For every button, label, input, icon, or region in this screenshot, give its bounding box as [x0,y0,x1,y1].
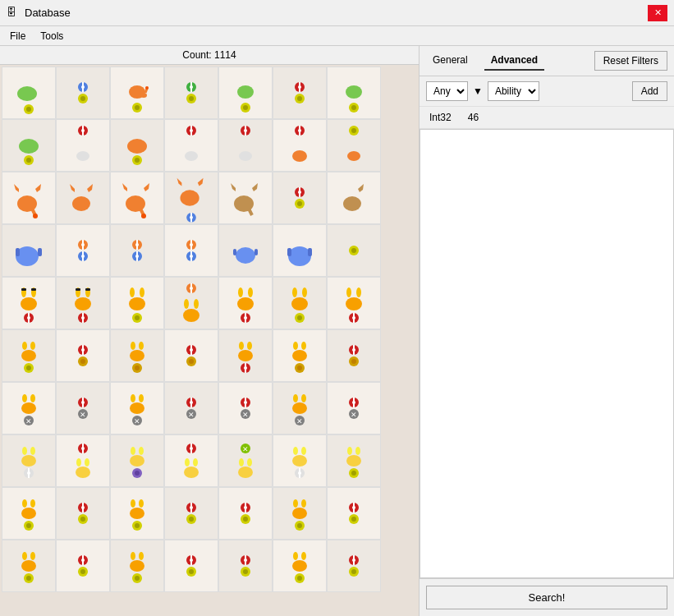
grid-cell[interactable] [110,277,164,329]
grid-cell[interactable]: ✕ [218,382,273,434]
grid-cell[interactable] [327,172,381,224]
grid-cell[interactable] [327,119,381,172]
grid-cell[interactable] [218,277,273,329]
grid-cell[interactable] [218,224,273,277]
grid-cell[interactable] [56,119,110,172]
grid-cell[interactable] [273,540,327,592]
grid-cell[interactable] [273,434,327,487]
svg-point-218 [189,359,194,364]
grid-cell[interactable] [327,434,381,487]
grid-cell[interactable] [56,172,110,224]
svg-point-155 [75,297,91,310]
grid-cell[interactable] [273,119,327,172]
grid-cell[interactable] [164,224,218,277]
grid-cell[interactable]: ✕ [164,382,218,434]
grid-cell[interactable] [218,487,273,540]
any-select[interactable]: Any [426,81,468,101]
grid-cell[interactable] [2,487,56,540]
grid-cell[interactable] [327,277,381,329]
search-button[interactable]: Search! [426,586,667,609]
svg-point-146 [21,297,37,310]
pokemon-grid-container[interactable]: ✕ ✕ ✕ ✕ [0,65,419,616]
grid-cell[interactable] [327,329,381,382]
grid-cell[interactable] [164,487,218,540]
grid-cell[interactable] [110,224,164,277]
svg-point-0 [17,86,37,101]
grid-cell[interactable] [2,67,56,119]
grid-cell[interactable] [327,224,381,277]
grid-cell[interactable] [164,119,218,172]
grid-cell[interactable] [164,67,218,119]
grid-cell[interactable] [273,172,327,224]
grid-cell[interactable] [164,172,218,224]
grid-cell[interactable] [273,67,327,119]
grid-cell[interactable] [218,172,273,224]
svg-point-145 [351,248,356,253]
grid-cell[interactable] [110,119,164,172]
tab-general[interactable]: General [426,51,475,71]
grid-cell[interactable]: ✕ [273,382,327,434]
svg-point-179 [238,287,243,297]
grid-cell[interactable] [110,67,164,119]
grid-cell[interactable] [327,540,381,592]
svg-point-190 [346,297,362,310]
count-bar: Count: 1114 [0,46,419,65]
svg-point-221 [239,342,244,350]
svg-point-154 [27,316,30,319]
grid-cell[interactable] [2,540,56,592]
grid-cell[interactable] [327,487,381,540]
grid-cell[interactable] [110,487,164,540]
ability-select[interactable]: Ability [488,81,539,101]
grid-cell[interactable] [218,540,273,592]
grid-cell[interactable] [2,277,56,329]
menu-tools[interactable]: Tools [34,29,70,44]
grid-cell[interactable]: ✕ [110,382,164,434]
grid-cell[interactable] [218,329,273,382]
grid-cell[interactable] [110,172,164,224]
grid-cell[interactable] [56,329,110,382]
grid-cell[interactable] [273,329,327,382]
grid-cell[interactable] [164,277,218,329]
grid-cell[interactable] [164,329,218,382]
grid-cell[interactable]: ✕ [2,382,56,434]
grid-cell[interactable] [2,224,56,277]
grid-cell[interactable]: ✕ [218,434,273,487]
tab-advanced[interactable]: Advanced [484,51,544,71]
grid-cell[interactable] [2,329,56,382]
reset-filters-button[interactable]: Reset Filters [594,51,667,71]
grid-cell[interactable] [110,540,164,592]
grid-cell[interactable] [164,540,218,592]
grid-cell[interactable] [56,487,110,540]
grid-cell[interactable] [273,224,327,277]
grid-cell[interactable] [56,224,110,277]
grid-cell[interactable] [327,67,381,119]
grid-cell[interactable] [164,434,218,487]
svg-point-108 [297,201,302,206]
grid-cell[interactable] [273,487,327,540]
grid-cell[interactable] [56,540,110,592]
svg-text:✕: ✕ [296,417,303,425]
grid-cell[interactable]: ✕ [327,382,381,434]
close-button[interactable]: ✕ [648,5,667,21]
grid-cell[interactable] [218,67,273,119]
svg-point-183 [244,316,247,319]
left-panel: Count: 1114 [0,46,420,616]
filter-type-label: Int32 [429,112,452,123]
grid-cell[interactable] [2,172,56,224]
grid-cell[interactable] [273,277,327,329]
svg-point-48 [81,129,85,132]
grid-cell[interactable] [218,119,273,172]
grid-cell[interactable] [110,329,164,382]
grid-cell[interactable] [56,67,110,119]
grid-cell[interactable]: ✕ [56,382,110,434]
svg-text:✕: ✕ [188,411,195,419]
grid-cell[interactable] [56,277,110,329]
menu-file[interactable]: File [3,29,32,44]
grid-cell[interactable] [2,119,56,172]
svg-text:✕: ✕ [134,417,140,425]
grid-cell[interactable] [110,434,164,487]
add-filter-button[interactable]: Add [632,81,667,101]
grid-cell[interactable] [2,434,56,487]
svg-point-308 [292,455,307,467]
grid-cell[interactable] [56,434,110,487]
